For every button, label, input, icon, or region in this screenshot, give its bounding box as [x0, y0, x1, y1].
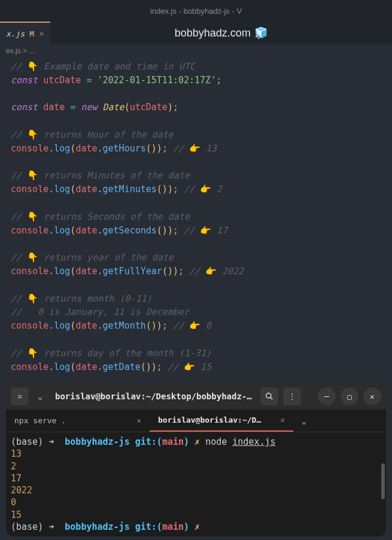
prompt-arrow: ➜: [48, 436, 54, 447]
terminal-window: ▫ ⌄ borislav@borislav:~/Desktop/bobbyhad…: [6, 383, 386, 536]
terminal-tab-active[interactable]: borislav@borislav:~/Desktop/b… ✕: [150, 409, 293, 432]
output-line: 17: [11, 472, 381, 484]
tab-modified-indicator: M: [29, 29, 34, 38]
prompt-arrow: ➜: [48, 521, 54, 532]
editor-tab-row: x.js M × bobbyhadz.com 🧊: [0, 22, 392, 44]
prompt-base: (base): [11, 521, 43, 532]
terminal-tab-label: borislav@borislav:~/Desktop/b…: [158, 415, 262, 424]
terminal-tab-label: npx serve .: [14, 416, 66, 425]
class-date: Date: [103, 102, 124, 113]
comment: // 👇 returns Hour of the date: [11, 129, 174, 140]
method-log: log: [54, 225, 70, 236]
search-icon: [265, 392, 274, 401]
output-line: 2: [11, 460, 381, 472]
comment: // 0 is January, 11 is December: [11, 307, 189, 317]
paren: (: [157, 521, 162, 532]
method-log: log: [54, 184, 70, 195]
semicolon: ;: [216, 75, 221, 86]
svg-line-1: [271, 398, 273, 400]
prompt-git: git:: [135, 521, 157, 532]
svg-point-0: [266, 393, 271, 398]
arg: date: [75, 320, 97, 331]
comment: // 👇 returns year of the date: [11, 252, 174, 263]
comment: // 👉 2: [184, 184, 222, 195]
prompt-git: git:: [135, 436, 157, 447]
new-tab-button[interactable]: ▫: [11, 387, 29, 405]
output-line: 0: [11, 496, 381, 508]
terminal-titlebar: ▫ ⌄ borislav@borislav:~/Desktop/bobbyhad…: [6, 383, 386, 409]
paren: (: [157, 436, 162, 447]
cmd-node: node: [205, 436, 227, 447]
arg: date: [75, 143, 97, 154]
keyword-const: const: [11, 102, 38, 113]
window-title: index.js - bobbyhadz-js - V: [150, 7, 242, 16]
terminal-title: borislav@borislav:~/Desktop/bobbyhadz-r…: [51, 392, 256, 401]
tab-filename: x.js: [6, 29, 25, 38]
arg: date: [75, 225, 97, 236]
tab-close-icon[interactable]: ✕: [280, 415, 285, 424]
output-line: 2022: [11, 484, 381, 496]
arg: date: [75, 362, 97, 372]
prompt-dir: bobbyhadz-js: [65, 436, 129, 447]
minimize-button[interactable]: ─: [318, 387, 336, 405]
comment: // 👇 returns Minutes of the date: [11, 170, 190, 181]
method-log: log: [54, 362, 70, 372]
cube-icon: 🧊: [254, 26, 268, 40]
console: console: [11, 320, 48, 331]
method-log: log: [54, 320, 70, 331]
var-utcdate: utcDate: [43, 75, 81, 86]
branch: main: [162, 436, 184, 447]
terminal-tab[interactable]: npx serve . ✕: [6, 409, 150, 432]
comment: // 👉 15: [168, 362, 211, 372]
method-getfullyear: getFullYear: [103, 266, 162, 277]
terminal-body[interactable]: (base) ➜ bobbyhadz-js git:(main) ✗ node …: [6, 432, 386, 536]
prompt-base: (base): [11, 436, 43, 447]
comment: // 👉 17: [184, 225, 227, 236]
tab-close-icon[interactable]: ✕: [136, 416, 141, 425]
comment: // 👇 returns Seconds of the date: [11, 211, 190, 222]
tab-dropdown-icon[interactable]: ⌄: [293, 409, 315, 432]
method-gethours: getHours: [103, 143, 146, 154]
code-editor[interactable]: // 👇 Example date and time in UTC const …: [0, 57, 392, 376]
console: console: [11, 184, 48, 195]
editor-tab-active[interactable]: x.js M ×: [0, 22, 50, 44]
cmd-file: index.js: [232, 436, 275, 447]
arg: date: [75, 266, 97, 277]
method-getminutes: getMinutes: [103, 184, 157, 195]
menu-button[interactable]: ⋮: [283, 387, 301, 405]
dirty-icon: ✗: [195, 521, 200, 532]
search-button[interactable]: [260, 387, 278, 405]
method-log: log: [54, 143, 70, 154]
tab-close-icon[interactable]: ×: [39, 29, 44, 38]
keyword-new: new: [81, 102, 97, 113]
breadcrumb-text: ex.js > ...: [6, 47, 35, 55]
prompt-dir: bobbyhadz-js: [65, 521, 129, 532]
maximize-button[interactable]: ▢: [341, 387, 358, 405]
comment: // 👇 Example date and time in UTC: [11, 61, 195, 72]
branch: main: [162, 521, 184, 532]
banner: bobbyhadz.com 🧊: [50, 26, 392, 40]
string-literal: '2022-01-15T11:02:17Z': [98, 75, 217, 86]
comment: // 👇 returns day of the month (1-31): [11, 348, 211, 359]
method-getdate: getDate: [103, 362, 141, 372]
terminal-tab-row: npx serve . ✕ borislav@borislav:~/Deskto…: [6, 409, 386, 432]
console: console: [11, 143, 48, 154]
keyword-const: const: [11, 75, 38, 86]
breadcrumb[interactable]: ex.js > ...: [0, 44, 392, 57]
comment: // 👉 13: [173, 143, 217, 154]
paren: ): [184, 436, 189, 447]
scrollbar-thumb[interactable]: [381, 463, 385, 499]
output-line: 13: [11, 448, 381, 460]
dropdown-icon[interactable]: ⌄: [34, 387, 47, 405]
close-button[interactable]: ✕: [363, 387, 381, 405]
output-line: 15: [11, 509, 381, 521]
comment: // 👉 2022: [189, 266, 244, 277]
window-titlebar: index.js - bobbyhadz-js - V: [0, 0, 392, 22]
console: console: [11, 225, 48, 236]
dirty-icon: ✗: [195, 436, 200, 447]
paren: ): [184, 521, 189, 532]
var-date: date: [43, 102, 65, 113]
arg: utcDate: [130, 102, 168, 113]
method-log: log: [54, 266, 70, 277]
method-getseconds: getSeconds: [103, 225, 157, 236]
